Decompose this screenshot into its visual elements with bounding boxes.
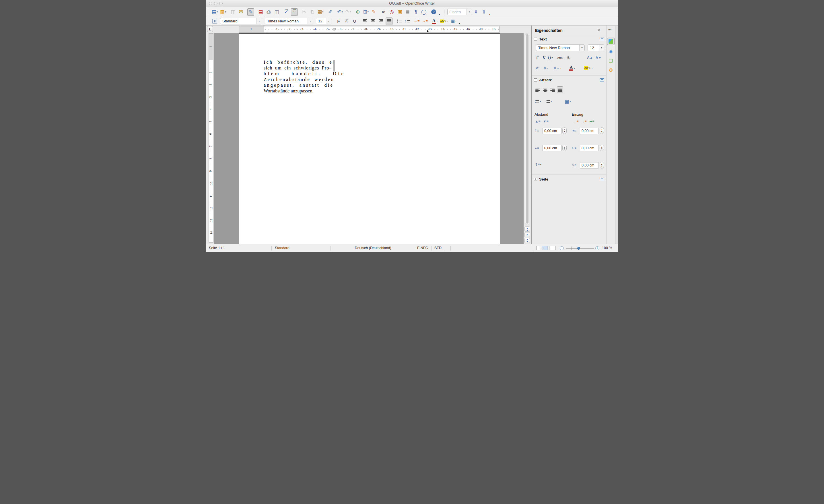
formatting-toolbar-overflow-button[interactable]: ▾ — [458, 17, 461, 25]
new-document-button[interactable]: ▤▾ — [211, 8, 218, 16]
chevron-down-icon[interactable]: ▾ — [256, 18, 262, 24]
indent-before-input[interactable] — [580, 128, 599, 134]
chevron-down-icon[interactable]: ▾ — [540, 100, 541, 103]
paragraph-section-header[interactable]: − Absatz — [534, 78, 552, 82]
sidebar-menu-button[interactable]: ≡▾ — [608, 27, 611, 31]
gallery-tab[interactable]: ❐ — [607, 57, 615, 65]
chevron-down-icon[interactable]: ▾ — [579, 44, 585, 51]
decrease-indent-button[interactable]: ←≡ — [413, 17, 420, 25]
sidebar-italic-button[interactable]: K — [541, 54, 547, 61]
spellcheck-button[interactable]: ABC✓ — [283, 8, 290, 16]
navigator-tab[interactable]: ✪ — [607, 66, 615, 74]
chevron-down-icon[interactable]: ▾ — [308, 18, 313, 24]
indent-after-spinner[interactable]: ▲▼ — [600, 145, 604, 151]
status-language[interactable]: Deutsch (Deutschland) — [354, 246, 391, 250]
chevron-down-icon[interactable]: ▾ — [574, 67, 575, 70]
indent-marker[interactable] — [263, 27, 266, 32]
edit-mode-button[interactable]: ✎ — [247, 8, 254, 16]
chevron-down-icon[interactable]: ▾ — [342, 11, 343, 13]
increase-indent-button[interactable]: →≡ — [421, 17, 429, 25]
indent-after-input[interactable] — [580, 145, 599, 151]
find-input[interactable] — [447, 9, 467, 15]
data-sources-button[interactable]: ≣ — [404, 8, 411, 16]
multi-page-view-button[interactable] — [542, 246, 547, 250]
zoom-out-button[interactable]: − — [560, 246, 564, 250]
email-button[interactable]: ✉ — [237, 8, 244, 16]
superscript-button[interactable]: A² — [534, 65, 541, 72]
sidebar-bullet-list-button[interactable]: ▾ — [534, 98, 541, 105]
first-line-indent-input[interactable] — [580, 162, 599, 169]
collapse-icon[interactable]: − — [534, 37, 537, 41]
find-replace-button[interactable]: ∞ — [380, 8, 387, 16]
chevron-down-icon[interactable]: ▾ — [551, 57, 552, 59]
status-page-style[interactable]: Standard — [275, 246, 290, 250]
tab-stop-selector[interactable]: L — [207, 26, 213, 32]
zoom-in-button[interactable]: + — [595, 246, 599, 250]
properties-tab[interactable] — [607, 37, 615, 45]
font-color-button[interactable]: A ▾ — [431, 17, 438, 25]
standard-toolbar-overflow-button[interactable]: ▾ — [438, 8, 441, 16]
document-page[interactable]: Ich befürchte, dass essich_um_ein_schwie… — [239, 33, 500, 244]
sidebar-decrease-indent-button[interactable]: ←≡ — [573, 118, 579, 125]
save-button[interactable]: ▥ — [229, 8, 236, 16]
character-spacing-button[interactable]: A↔▾ — [553, 65, 562, 72]
vertical-ruler[interactable]: 11234567891011121314 — [209, 33, 213, 242]
autospellcheck-button[interactable]: ABC∼ — [291, 8, 298, 16]
copy-button[interactable]: ⧉ — [309, 8, 316, 16]
chevron-down-icon[interactable]: ▾ — [560, 67, 561, 70]
page-dialog-launcher[interactable] — [600, 178, 604, 181]
draw-functions-button[interactable]: ✎ — [371, 8, 377, 16]
chevron-down-icon[interactable]: ▾ — [599, 44, 604, 51]
spacing-below-spinner[interactable]: ▲▼ — [562, 145, 566, 151]
chevron-down-icon[interactable]: ▾ — [436, 20, 437, 22]
grow-font-button[interactable]: A▲ — [587, 54, 593, 61]
next-page-button[interactable]: ▾ ▾ — [524, 238, 530, 243]
strikethrough-button[interactable]: ABC — [557, 54, 563, 61]
numbered-list-button[interactable] — [396, 17, 403, 25]
find-dropdown-button[interactable]: ▾ — [467, 9, 472, 15]
paste-button[interactable]: ▦▾ — [317, 8, 324, 16]
sidebar-bold-button[interactable]: F — [534, 54, 541, 61]
sidebar-increase-indent-button[interactable]: →≡ — [581, 118, 587, 125]
toolbar-drag-handle[interactable] — [208, 9, 209, 15]
navigator-button[interactable]: ◎ — [388, 8, 395, 16]
italic-button[interactable]: K — [343, 17, 350, 25]
find-toolbar-overflow-button[interactable]: ▾ — [489, 8, 492, 16]
styles-tab[interactable]: ✺ — [607, 48, 615, 56]
styles-and-formatting-button[interactable] — [211, 17, 218, 25]
chevron-down-icon[interactable]: ▾ — [550, 100, 552, 103]
toolbar-drag-handle[interactable] — [208, 18, 209, 24]
sidebar-resize-edge[interactable] — [615, 25, 618, 244]
align-justify-button[interactable] — [386, 17, 393, 25]
increase-paragraph-spacing-button[interactable]: ▲≡ — [534, 118, 541, 125]
undo-button[interactable]: ↶▾ — [336, 8, 343, 16]
status-zoom-value[interactable]: 100 % — [602, 246, 612, 250]
paragraph-background-button[interactable]: ▣ ▾ — [564, 98, 571, 105]
redo-button[interactable]: ↷▾ — [344, 8, 351, 16]
shadow-button[interactable]: A — [565, 54, 571, 61]
chevron-down-icon[interactable]: ▾ — [455, 20, 456, 22]
find-previous-button[interactable]: ⇧ — [481, 8, 488, 16]
status-selection-mode[interactable]: STD — [434, 246, 441, 250]
collapse-icon[interactable]: − — [534, 78, 537, 82]
sidebar-highlight-button[interactable]: ab✎▾ — [584, 65, 593, 72]
formatting-marks-button[interactable]: ¶ — [412, 8, 419, 16]
subscript-button[interactable]: A₂ — [542, 65, 549, 72]
sidebar-align-left-button[interactable] — [534, 86, 541, 93]
book-view-button[interactable] — [549, 246, 555, 250]
align-right-button[interactable] — [378, 17, 385, 25]
font-size-select[interactable]: 12 ▾ — [316, 18, 331, 24]
previous-page-button[interactable]: ▴ ▴ — [524, 226, 530, 232]
spacing-above-input[interactable] — [542, 128, 561, 134]
decrease-paragraph-spacing-button[interactable]: ▼≡ — [542, 118, 549, 125]
bullet-list-button[interactable] — [404, 17, 411, 25]
sidebar-align-center-button[interactable] — [542, 86, 548, 93]
line-spacing-button[interactable]: ⇕≡▾ — [534, 161, 542, 168]
chevron-down-icon[interactable]: ▾ — [326, 18, 331, 24]
chevron-down-icon[interactable]: ▾ — [540, 163, 541, 166]
gallery-button[interactable]: ▣ — [396, 8, 403, 16]
spacing-below-input[interactable] — [542, 145, 561, 151]
sidebar-align-justify-button[interactable] — [557, 86, 563, 93]
expand-icon[interactable]: + — [534, 178, 537, 181]
chevron-down-icon[interactable]: ▾ — [322, 11, 323, 13]
